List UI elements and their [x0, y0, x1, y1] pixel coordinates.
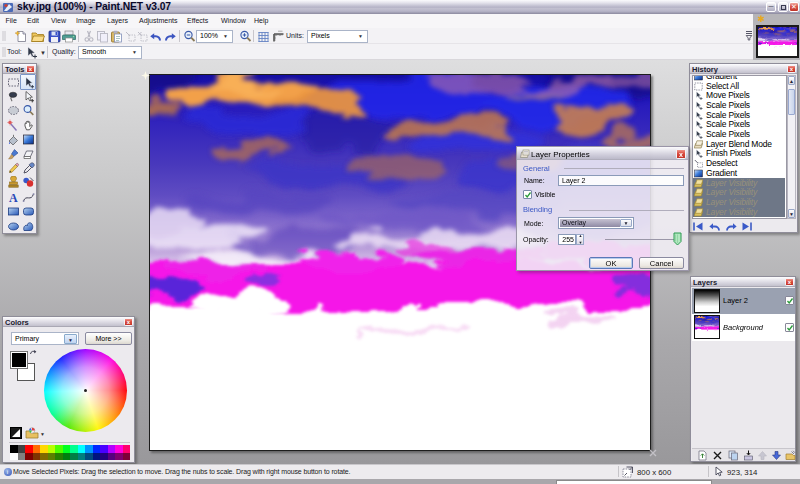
svg-text:A: A: [9, 191, 18, 204]
